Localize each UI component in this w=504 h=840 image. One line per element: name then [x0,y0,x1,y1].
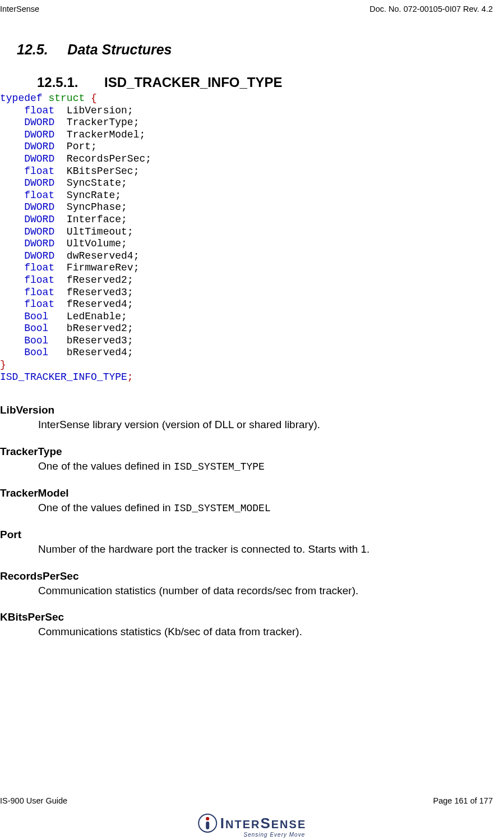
field-type: DWORD [24,238,54,249]
section-number: 12.5. [17,42,48,57]
field-name: fReserved4 [67,299,127,310]
description-term: KBitsPerSec [0,611,493,624]
field-type: DWORD [24,214,54,225]
brace-close: } [0,359,6,370]
section-title: Data Structures [67,42,172,57]
field-name: Interface [67,214,121,225]
field-type: float [24,274,54,286]
field-type: float [24,262,54,273]
field-type: DWORD [24,153,54,164]
keyword-typedef: typedef [0,93,43,104]
description-text: One of the values defined in ISD_SYSTEM_… [38,460,493,474]
field-name: LibVersion [67,105,127,116]
logo-letters: NTER [225,818,260,830]
description-term: Port [0,528,493,541]
field-type: float [24,166,54,177]
description-item: TrackerType One of the values defined in… [0,445,493,473]
field-type: DWORD [24,177,54,189]
description-term: TrackerType [0,445,493,458]
footer-right: Page 161 of 177 [433,796,493,805]
field-type: float [24,105,54,116]
logo-mark-icon [198,814,217,833]
field-type: Bool [24,335,48,346]
description-term: LibVersion [0,403,493,417]
field-type: float [24,287,54,298]
description-mono: ISD_SYSTEM_TYPE [174,461,265,472]
semicolon: ; [127,371,133,383]
keyword-struct: struct [48,93,85,104]
description-item: RecordsPerSec Communication statistics (… [0,570,493,598]
description-list: LibVersion InterSense library version (v… [0,403,493,639]
field-name: Port [67,141,91,152]
field-name: RecordsPerSec [67,153,145,164]
field-type: DWORD [24,117,54,128]
field-name: UltTimeout [67,226,127,237]
brace-open: { [91,93,97,104]
logo-letters: ENSE [271,818,306,830]
field-name: bReserved2 [67,323,127,334]
field-type: Bool [24,347,48,358]
logo-tagline: Sensing Every Move [198,832,306,838]
struct-typename: ISD_TRACKER_INFO_TYPE [0,371,127,383]
logo-text: INTERSENSE [220,815,307,832]
subsection-heading: 12.5.1. ISD_TRACKER_INFO_TYPE [37,75,493,90]
field-name: LedEnable [67,311,121,322]
description-text: InterSense library version (version of D… [38,418,493,432]
description-item: KBitsPerSec Communications statistics (K… [0,611,493,639]
field-type: DWORD [24,250,54,261]
description-term: TrackerModel [0,486,493,500]
field-name: SyncPhase [67,201,121,213]
description-item: LibVersion InterSense library version (v… [0,403,493,432]
description-prefix: One of the values defined in [38,502,174,513]
field-type: DWORD [24,201,54,213]
description-mono: ISD_SYSTEM_MODEL [174,503,271,514]
field-type: DWORD [24,141,54,152]
field-name: fReserved3 [67,287,127,298]
field-type: DWORD [24,226,54,237]
field-name: dwReserved4 [67,250,133,261]
field-name: bReserved3 [67,335,127,346]
field-name: SyncRate [67,190,115,201]
field-name: FirmwareRev [67,262,133,273]
field-name: bReserved4 [67,347,127,358]
description-text: Communications statistics (Kb/sec of dat… [38,625,493,639]
description-prefix: One of the values defined in [38,460,174,472]
subsection-number: 12.5.1. [37,75,78,90]
field-name: fReserved2 [67,274,127,286]
field-type: float [24,299,54,310]
field-name: SyncState [67,177,121,189]
logo: INTERSENSE Sensing Every Move [198,814,307,838]
header-right: Doc. No. 072-00105-0I07 Rev. 4.2 [369,4,493,13]
description-text: Number of the hardware port the tracker … [38,543,493,556]
field-name: TrackerModel [67,129,140,140]
field-name: UltVolume [67,238,121,249]
logo-letter: I [220,815,225,832]
field-name: TrackerType [67,117,133,128]
section-heading: 12.5. Data Structures [17,42,493,58]
field-type: Bool [24,311,48,322]
description-item: Port Number of the hardware port the tra… [0,528,493,556]
header-left: InterSense [0,4,39,13]
description-term: RecordsPerSec [0,570,493,583]
field-type: float [24,190,54,201]
field-type: Bool [24,323,48,334]
logo-letter: S [260,815,271,832]
subsection-title: ISD_TRACKER_INFO_TYPE [104,75,282,90]
description-text: One of the values defined in ISD_SYSTEM_… [38,501,493,515]
description-text: Communication statistics (number of data… [38,584,493,598]
footer-left: IS-900 User Guide [0,796,67,805]
field-name: KBitsPerSec [67,166,133,177]
code-block: typedef struct { float LibVersion; DWORD… [0,93,493,383]
field-type: DWORD [24,129,54,140]
description-item: TrackerModel One of the values defined i… [0,486,493,515]
